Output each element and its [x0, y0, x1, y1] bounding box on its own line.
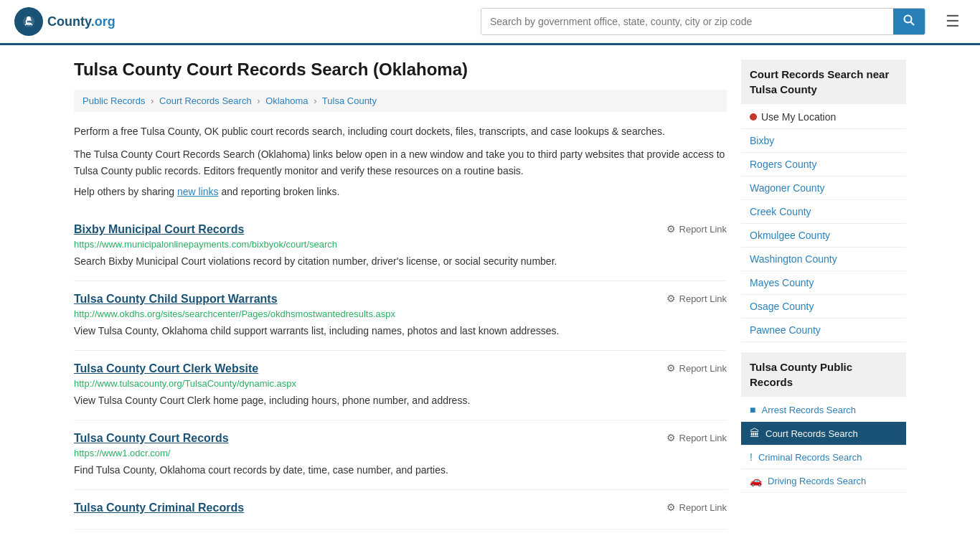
breadcrumb-court-records-search[interactable]: Court Records Search — [159, 95, 252, 106]
report-link-3[interactable]: ⚙ Report Link — [666, 432, 727, 443]
sidebar-link-0[interactable]: Bixby — [741, 129, 906, 152]
report-icon-4: ⚙ — [666, 501, 676, 513]
record-url-0[interactable]: https://www.municipalonlinepayments.com/… — [74, 239, 727, 250]
sidebar-link-8[interactable]: Pawnee County — [741, 319, 906, 342]
report-link-4[interactable]: ⚙ Report Link — [666, 501, 727, 513]
report-link-label-0: Report Link — [679, 224, 727, 235]
search-button[interactable] — [893, 9, 925, 34]
record-url-3[interactable]: https://www1.odcr.com/ — [74, 448, 727, 458]
record-url-2[interactable]: http://www.tulsacounty.org/TulsaCounty/d… — [74, 378, 727, 389]
sidebar-item-pawnee-county[interactable]: Pawnee County — [741, 319, 906, 342]
sidebar-record-item-1[interactable]: 🏛Court Records Search — [741, 422, 906, 446]
search-bar — [481, 8, 925, 35]
record-title-2[interactable]: Tulsa County Court Clerk Website — [74, 362, 258, 375]
sidebar-link-5[interactable]: Washington County — [741, 248, 906, 270]
report-link-label-4: Report Link — [679, 502, 727, 513]
main-content: Tulsa County Court Records Search (Oklah… — [74, 60, 727, 529]
description-1: Perform a free Tulsa County, OK public c… — [74, 123, 727, 139]
sidebar-item-wagoner-county[interactable]: Wagoner County — [741, 176, 906, 200]
svg-point-3 — [27, 17, 31, 21]
record-type-icon-2: ! — [750, 451, 753, 463]
sidebar-item-osage-county[interactable]: Osage County — [741, 295, 906, 319]
record-entry: Bixby Municipal Court Records ⚙ Report L… — [74, 212, 727, 281]
help-text: Help others by sharing new links and rep… — [74, 186, 727, 197]
breadcrumb: Public Records › Court Records Search › … — [74, 90, 727, 112]
record-entry: Tulsa County Child Support Warrants ⚙ Re… — [74, 281, 727, 351]
logo-text: County.org — [47, 14, 116, 29]
record-desc-0: Search Bixby Municipal Court violations … — [74, 254, 727, 269]
record-desc-1: View Tulsa County, Oklahoma child suppor… — [74, 324, 727, 339]
sidebar-public-records-list: ■Arrest Records Search🏛Court Records Sea… — [741, 398, 906, 493]
record-entry: Tulsa County Criminal Records ⚙ Report L… — [74, 490, 727, 529]
sidebar-record-label-3: Driving Records Search — [768, 476, 866, 486]
report-icon-3: ⚙ — [666, 432, 676, 443]
sidebar-link-4[interactable]: Okmulgee County — [741, 224, 906, 247]
report-icon-1: ⚙ — [666, 293, 676, 304]
record-title-1[interactable]: Tulsa County Child Support Warrants — [74, 293, 278, 306]
report-link-label-2: Report Link — [679, 363, 727, 374]
description-2: The Tulsa County Court Records Search (O… — [74, 146, 727, 179]
sidebar-record-link-1[interactable]: 🏛Court Records Search — [741, 422, 906, 445]
record-url-1[interactable]: http://www.okdhs.org/sites/searchcenter/… — [74, 309, 727, 319]
sidebar-record-label-1: Court Records Search — [765, 428, 858, 439]
location-dot-icon — [750, 113, 757, 121]
sidebar: Court Records Search near Tulsa County U… — [741, 60, 906, 529]
records-list: Bixby Municipal Court Records ⚙ Report L… — [74, 212, 727, 529]
sidebar-link-1[interactable]: Rogers County — [741, 153, 906, 176]
sidebar-item-okmulgee-county[interactable]: Okmulgee County — [741, 224, 906, 248]
report-link-label-1: Report Link — [679, 293, 727, 304]
sidebar-record-link-0[interactable]: ■Arrest Records Search — [741, 398, 906, 421]
report-link-2[interactable]: ⚙ Report Link — [666, 362, 727, 374]
page-title: Tulsa County Court Records Search (Oklah… — [74, 60, 727, 80]
sidebar-link-2[interactable]: Wagoner County — [741, 176, 906, 199]
sidebar-item-creek-county[interactable]: Creek County — [741, 200, 906, 224]
sidebar-nearby-list: Use My LocationBixbyRogers CountyWagoner… — [741, 105, 906, 342]
sidebar-item-rogers-county[interactable]: Rogers County — [741, 153, 906, 176]
menu-button[interactable]: ☰ — [940, 9, 966, 34]
record-type-icon-3: 🚗 — [750, 475, 762, 486]
record-title-0[interactable]: Bixby Municipal Court Records — [74, 223, 244, 236]
use-location-label: Use My Location — [761, 111, 836, 123]
sidebar-link-3[interactable]: Creek County — [741, 200, 906, 223]
main-container: Tulsa County Court Records Search (Oklah… — [60, 45, 920, 544]
sidebar-record-item-2[interactable]: !Criminal Records Search — [741, 446, 906, 469]
record-desc-3: Find Tulsa County, Oklahoma court record… — [74, 463, 727, 478]
sidebar-record-link-2[interactable]: !Criminal Records Search — [741, 446, 906, 468]
report-link-1[interactable]: ⚙ Report Link — [666, 293, 727, 304]
report-link-0[interactable]: ⚙ Report Link — [666, 223, 727, 235]
search-input[interactable] — [481, 9, 893, 34]
sidebar-nearby-header: Court Records Search near Tulsa County — [741, 60, 906, 104]
report-icon-0: ⚙ — [666, 223, 676, 235]
sidebar-record-item-0[interactable]: ■Arrest Records Search — [741, 398, 906, 422]
record-title-3[interactable]: Tulsa County Court Records — [74, 432, 229, 445]
logo-icon: C — [14, 7, 43, 36]
breadcrumb-public-records[interactable]: Public Records — [83, 95, 145, 106]
sidebar-record-link-3[interactable]: 🚗Driving Records Search — [741, 469, 906, 492]
use-location-link[interactable]: Use My Location — [741, 105, 906, 128]
record-entry: Tulsa County Court Clerk Website ⚙ Repor… — [74, 351, 727, 420]
record-type-icon-1: 🏛 — [750, 428, 760, 439]
breadcrumb-oklahoma[interactable]: Oklahoma — [265, 95, 308, 106]
svg-point-4 — [905, 16, 912, 23]
record-type-icon-0: ■ — [750, 404, 755, 415]
sidebar-record-item-3[interactable]: 🚗Driving Records Search — [741, 469, 906, 493]
sidebar-nearby-title: Court Records Search near Tulsa County — [750, 67, 897, 97]
sidebar-link-6[interactable]: Mayes County — [741, 271, 906, 294]
report-link-label-3: Report Link — [679, 433, 727, 443]
sidebar-public-records-title: Tulsa County Public Records — [750, 359, 897, 390]
sidebar-item-washington-county[interactable]: Washington County — [741, 248, 906, 271]
sidebar-item-use-location[interactable]: Use My Location — [741, 105, 906, 129]
sidebar-item-mayes-county[interactable]: Mayes County — [741, 271, 906, 295]
sidebar-public-records-header: Tulsa County Public Records — [741, 352, 906, 397]
breadcrumb-tulsa-county[interactable]: Tulsa County — [322, 95, 377, 106]
logo[interactable]: C County.org — [14, 7, 116, 36]
sidebar-record-label-2: Criminal Records Search — [758, 452, 862, 463]
sidebar-item-bixby[interactable]: Bixby — [741, 129, 906, 153]
record-title-4[interactable]: Tulsa County Criminal Records — [74, 501, 244, 514]
sidebar-record-label-0: Arrest Records Search — [761, 405, 856, 415]
record-desc-2: View Tulsa County Court Clerk home page,… — [74, 393, 727, 408]
new-links-link[interactable]: new links — [177, 186, 219, 197]
header: C County.org ☰ — [0, 0, 980, 45]
sidebar-link-7[interactable]: Osage County — [741, 295, 906, 318]
report-icon-2: ⚙ — [666, 362, 676, 374]
